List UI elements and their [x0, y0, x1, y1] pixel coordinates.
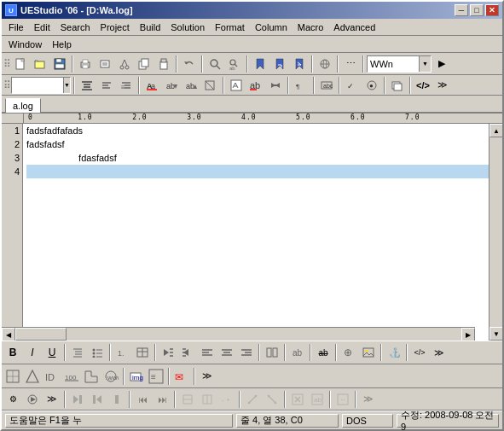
tab-alog[interactable]: a.log: [5, 98, 41, 113]
indent-button[interactable]: [68, 343, 87, 362]
style-button[interactable]: ab: [288, 343, 307, 362]
bt2-btn1[interactable]: [3, 367, 22, 386]
para-button[interactable]: ⊕: [339, 343, 358, 362]
tb2-btn13[interactable]: ✓: [343, 76, 362, 95]
new-button[interactable]: [11, 55, 30, 73]
table-button[interactable]: [133, 343, 152, 362]
indent-combo-arrow[interactable]: ▼: [63, 78, 70, 93]
bt2-btn9[interactable]: ✉: [172, 367, 191, 386]
bold-button[interactable]: B: [3, 343, 22, 362]
align-right-button[interactable]: [237, 343, 256, 362]
close-button[interactable]: ✕: [485, 4, 499, 16]
sep-b1-2: [109, 344, 111, 361]
italic-button[interactable]: I: [23, 343, 42, 362]
v-scroll-track[interactable]: [490, 137, 502, 327]
copy-button[interactable]: [135, 55, 154, 73]
indent-combo[interactable]: ▼: [11, 77, 71, 94]
indent2-button[interactable]: [159, 343, 177, 362]
find-replace-button[interactable]: ab: [225, 55, 244, 73]
open-button[interactable]: [31, 55, 49, 73]
bt2-btn3[interactable]: ID: [43, 367, 61, 386]
tb2-btn14[interactable]: ●: [362, 76, 381, 95]
strike-button[interactable]: ab: [314, 343, 333, 362]
print-button[interactable]: [76, 55, 95, 73]
tb2-btn10[interactable]: [266, 76, 285, 95]
menu-advanced[interactable]: Advanced: [328, 20, 380, 34]
minimize-button[interactable]: ─: [455, 4, 468, 16]
menu-help[interactable]: Help: [47, 38, 77, 51]
menu-solution[interactable]: Solution: [165, 20, 210, 34]
tb2-btn6[interactable]: ab: [182, 76, 200, 95]
list-button[interactable]: [88, 343, 107, 362]
menu-window[interactable]: Window: [3, 38, 47, 51]
more-button[interactable]: ⋯: [341, 55, 360, 73]
menu-file[interactable]: File: [3, 20, 29, 34]
menu-format[interactable]: Format: [210, 20, 250, 34]
h-scrollbar[interactable]: ◀ ▶: [2, 327, 475, 341]
search-combo-arrow[interactable]: ▼: [419, 56, 431, 72]
menu-search[interactable]: Search: [55, 20, 96, 34]
tb2-btn4[interactable]: A a: [142, 76, 161, 95]
print2-button[interactable]: [96, 55, 114, 73]
bt3-btn2[interactable]: [23, 390, 42, 409]
h-scroll-left[interactable]: ◀: [2, 328, 15, 341]
more-b1[interactable]: ≫: [430, 343, 449, 362]
code-button[interactable]: </>: [410, 343, 429, 362]
save-button[interactable]: [50, 55, 69, 73]
image-button[interactable]: [359, 343, 378, 362]
tb2-btn7[interactable]: [201, 76, 220, 95]
tb2-extra[interactable]: ≫: [433, 76, 452, 95]
align-left-button[interactable]: [198, 343, 217, 362]
bt3-btn1[interactable]: ⚙: [3, 390, 22, 409]
find-button[interactable]: [206, 55, 224, 73]
svg-text:img: img: [132, 374, 143, 381]
tb2-btn11[interactable]: ¶: [292, 76, 310, 95]
list2-button[interactable]: 1.: [113, 343, 132, 362]
bt2-btn4[interactable]: 100: [62, 367, 81, 386]
tb2-more[interactable]: </>: [414, 76, 432, 95]
align-center-button[interactable]: [217, 343, 236, 362]
tb2-btn12[interactable]: abc: [317, 76, 336, 95]
bt2-btn7[interactable]: img: [127, 367, 146, 386]
anchor-button[interactable]: ⚓: [385, 343, 403, 362]
menu-project[interactable]: Project: [96, 20, 135, 34]
tb2-btn2[interactable]: [97, 76, 116, 95]
code-lines[interactable]: fadsfadfafads fadsfadsf fdasfadsf: [23, 124, 489, 327]
underline-button[interactable]: U: [43, 343, 61, 362]
prev-bookmark-button[interactable]: [290, 55, 309, 73]
web-button[interactable]: [316, 55, 334, 73]
v-scroll-up[interactable]: ▲: [490, 124, 502, 137]
v-scroll-down[interactable]: ▼: [490, 327, 502, 341]
paste-button[interactable]: [154, 55, 173, 73]
search-combo[interactable]: WWn ▼: [367, 55, 432, 73]
cut-button[interactable]: [115, 55, 134, 73]
menu-column[interactable]: Column: [250, 20, 293, 34]
bt2-btn5[interactable]: [82, 367, 101, 386]
menu-macro[interactable]: Macro: [293, 20, 329, 34]
bt2-btn2[interactable]: [23, 367, 42, 386]
tb2-btn15[interactable]: [388, 76, 407, 95]
next-bookmark-button[interactable]: [270, 55, 289, 73]
go-button[interactable]: ▶: [432, 55, 451, 73]
svg-text:www: www: [107, 374, 119, 381]
tb2-btn1[interactable]: [78, 76, 96, 95]
bt2-more[interactable]: ≫: [198, 367, 217, 386]
h-scroll-track[interactable]: [15, 328, 461, 341]
tb2-btn8[interactable]: [227, 76, 246, 95]
v-scrollbar[interactable]: ▲ ▼: [489, 124, 502, 341]
tb2-btn5[interactable]: ab: [162, 76, 181, 95]
undo-button[interactable]: [180, 55, 199, 73]
bookmark-button[interactable]: [251, 55, 269, 73]
col-button[interactable]: [263, 343, 281, 362]
tb2-btn9[interactable]: ab: [246, 76, 265, 95]
h-scroll-right[interactable]: ▶: [461, 328, 475, 341]
bt2-btn8[interactable]: ≡: [147, 367, 165, 386]
bt2-btn6[interactable]: www: [101, 367, 120, 386]
menu-edit[interactable]: Edit: [29, 20, 55, 34]
svg-text:ID: ID: [45, 372, 55, 382]
menu-build[interactable]: Build: [135, 20, 165, 34]
outdent-button[interactable]: [178, 343, 197, 362]
bt3-more[interactable]: ≫: [43, 390, 61, 409]
maximize-button[interactable]: □: [470, 4, 484, 16]
tb2-btn3[interactable]: ≡: [117, 76, 136, 95]
